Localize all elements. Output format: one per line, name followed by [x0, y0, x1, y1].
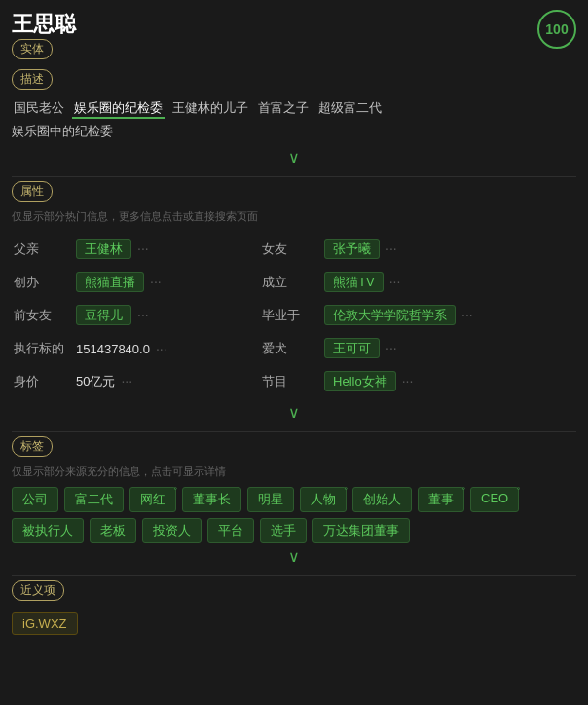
attr-value-plain: 50亿元	[76, 374, 115, 389]
attr-label: 执行标的	[14, 333, 72, 364]
attr-value-cell: 王健林···	[74, 234, 260, 265]
tag-item[interactable]: 创始人	[352, 487, 412, 512]
tags-chevron[interactable]: ∨	[12, 543, 576, 570]
attr-value-cell: 熊猫直播···	[74, 267, 260, 298]
attr-more-dots[interactable]: ···	[137, 307, 149, 322]
attr-value-cell: 王可可···	[322, 333, 574, 364]
attr-more-dots[interactable]: ···	[389, 274, 401, 289]
attr-row: 执行标的151437840.0···爱犬王可可···	[14, 333, 574, 364]
desc-section-label: 描述	[12, 69, 53, 90]
desc-tag[interactable]: 国民老公	[12, 99, 66, 119]
attr-more-dots[interactable]: ···	[386, 241, 397, 256]
attr-value-tag[interactable]: 张予曦	[324, 239, 380, 259]
score-badge: 100	[537, 10, 576, 49]
desc-tag[interactable]: 首富之子	[256, 99, 311, 119]
attr-value-cell: 151437840.0···	[74, 333, 260, 364]
desc-tag[interactable]: 娱乐圈的纪检委	[72, 99, 165, 119]
attr-label: 父亲	[14, 234, 72, 265]
attr-label: 前女友	[14, 300, 72, 331]
tag-item[interactable]: 董事°	[418, 487, 464, 512]
entity-label: 实体	[12, 39, 53, 59]
attr-label: 成立	[262, 267, 320, 298]
attr-label: 创办	[14, 267, 72, 298]
tag-item[interactable]: 被执行人	[12, 518, 84, 543]
tags-section-label: 标签	[12, 436, 53, 457]
tag-item[interactable]: 万达集团董事	[312, 518, 410, 543]
tag-item[interactable]: 网红°	[129, 487, 176, 512]
attr-more-dots[interactable]: ···	[461, 307, 473, 322]
attr-label: 身价	[14, 366, 72, 397]
attr-value-cell: Hello女神···	[322, 366, 574, 397]
attrs-section-label: 属性	[12, 181, 53, 202]
attr-row: 身价50亿元···节目Hello女神···	[14, 366, 574, 397]
attr-value-cell: 熊猫TV···	[322, 267, 574, 298]
attr-value-tag[interactable]: 王健林	[76, 239, 131, 259]
attr-more-dots[interactable]: ···	[156, 341, 167, 356]
attr-more-dots[interactable]: ···	[121, 373, 132, 389]
desc-extra: 娱乐圈中的纪检委	[12, 123, 576, 140]
attr-label: 节目	[262, 366, 320, 397]
tags-hint: 仅显示部分来源充分的信息，点击可显示详情	[12, 464, 576, 479]
attr-value-plain: 151437840.0	[76, 342, 150, 356]
tag-item[interactable]: 公司	[12, 487, 58, 512]
attr-row: 创办熊猫直播···成立熊猫TV···	[14, 267, 574, 298]
attr-value-tag[interactable]: 熊猫TV	[324, 272, 384, 292]
attr-label: 毕业于	[262, 300, 320, 331]
attrs-table: 父亲王健林···女友张予曦···创办熊猫直播···成立熊猫TV···前女友豆得儿…	[12, 232, 576, 399]
page-title: 王思聪	[12, 10, 76, 39]
attr-value-tag[interactable]: 王可可	[324, 338, 380, 358]
attr-row: 父亲王健林···女友张予曦···	[14, 234, 574, 265]
attr-more-dots[interactable]: ···	[137, 241, 149, 256]
attr-value-cell: 张予曦···	[322, 234, 574, 265]
attr-more-dots[interactable]: ···	[150, 274, 162, 289]
near-tag-item[interactable]: iG.WXZ	[12, 612, 78, 635]
attr-label: 女友	[262, 234, 320, 265]
desc-tag[interactable]: 王健林的儿子	[170, 99, 250, 119]
near-container: iG.WXZ	[12, 612, 576, 635]
tag-item[interactable]: 老板	[90, 518, 136, 543]
attr-value-cell: 豆得儿···	[74, 300, 260, 331]
desc-chevron[interactable]: ∨	[12, 144, 576, 170]
tag-item[interactable]: 明星	[247, 487, 294, 512]
tag-item[interactable]: 投资人	[142, 518, 202, 543]
tag-item[interactable]: 选手	[260, 518, 307, 543]
attrs-hint: 仅显示部分热门信息，更多信息点击或直接搜索页面	[12, 209, 576, 224]
attr-more-dots[interactable]: ···	[402, 373, 414, 389]
attr-label: 爱犬	[262, 333, 320, 364]
tag-item[interactable]: 富二代	[64, 487, 124, 512]
attr-value-cell: 50亿元···	[74, 366, 260, 397]
attrs-chevron[interactable]: ∨	[12, 399, 576, 426]
tag-item[interactable]: 平台	[207, 518, 254, 543]
attr-value-tag[interactable]: 豆得儿	[76, 305, 131, 325]
attr-value-cell: 伦敦大学学院哲学系···	[322, 300, 574, 331]
attr-row: 前女友豆得儿···毕业于伦敦大学学院哲学系···	[14, 300, 574, 331]
attr-value-tag[interactable]: Hello女神	[324, 371, 396, 391]
desc-tags-row: 国民老公娱乐圈的纪检委王健林的儿子首富之子超级富二代	[12, 99, 576, 119]
tag-item[interactable]: 董事长	[182, 487, 241, 512]
tags-container: 公司富二代网红°董事长明星人物°创始人董事°CEO°被执行人老板投资人平台选手万…	[12, 487, 576, 543]
tag-item[interactable]: 人物°	[300, 487, 347, 512]
attr-value-tag[interactable]: 熊猫直播	[76, 272, 144, 292]
attr-value-tag[interactable]: 伦敦大学学院哲学系	[324, 305, 456, 325]
desc-tag[interactable]: 超级富二代	[316, 99, 384, 119]
near-section-label: 近义项	[12, 580, 64, 601]
attr-more-dots[interactable]: ···	[386, 340, 397, 355]
tag-item[interactable]: CEO°	[470, 487, 519, 512]
